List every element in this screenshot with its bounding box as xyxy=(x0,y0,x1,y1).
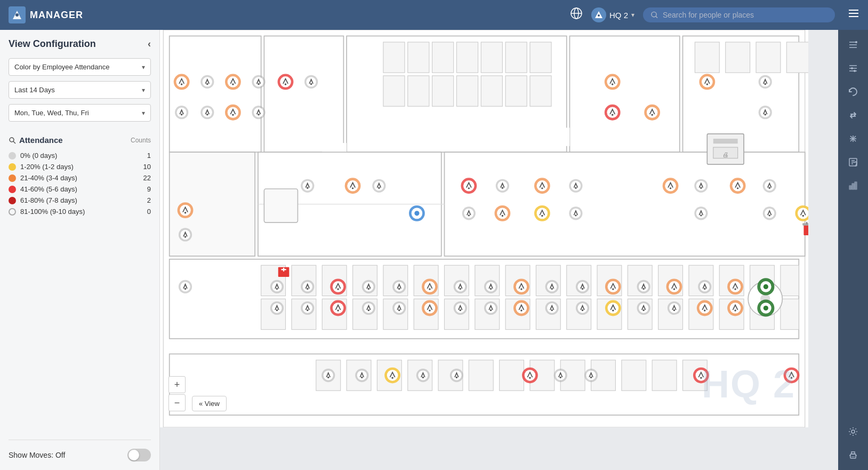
svg-point-287 xyxy=(429,309,430,311)
svg-rect-62 xyxy=(781,265,799,296)
days-dropdown-arrow: ▾ xyxy=(142,109,145,117)
svg-point-317 xyxy=(734,309,736,311)
svg-text:🖨: 🖨 xyxy=(722,152,728,158)
svg-point-275 xyxy=(307,309,308,311)
svg-point-1 xyxy=(15,13,19,17)
svg-point-224 xyxy=(337,288,339,290)
list-config-button[interactable] xyxy=(842,34,864,55)
svg-point-179 xyxy=(575,187,576,189)
svg-rect-353 xyxy=(806,222,807,225)
svg-point-176 xyxy=(541,187,543,189)
svg-rect-42 xyxy=(726,42,750,73)
svg-rect-41 xyxy=(695,42,719,73)
map-area[interactable]: 🖨 xyxy=(160,30,838,470)
svg-rect-376 xyxy=(852,184,854,189)
attendance-color-pct-61-80 xyxy=(9,197,16,204)
cut-button[interactable] xyxy=(842,128,864,149)
svg-rect-87 xyxy=(469,360,493,391)
location-selector[interactable]: HQ 2 ▾ xyxy=(591,7,634,22)
svg-point-128 xyxy=(232,114,234,116)
attendance-header: Attendance Counts xyxy=(9,136,151,145)
svg-rect-34 xyxy=(383,76,405,106)
color-dropdown-arrow: ▾ xyxy=(142,63,145,71)
settings-button[interactable] xyxy=(842,421,864,442)
menu-button[interactable] xyxy=(848,7,859,22)
svg-point-215 xyxy=(184,288,186,290)
svg-point-314 xyxy=(704,309,705,311)
svg-point-302 xyxy=(582,309,583,311)
attendance-item-pct-1-20: 1-20% (1-2 days)10 xyxy=(9,161,151,172)
view-button[interactable]: « View xyxy=(192,396,227,411)
svg-rect-18 xyxy=(569,36,679,152)
filter-config-button[interactable] xyxy=(842,58,864,79)
svg-point-161 xyxy=(352,187,353,189)
svg-point-116 xyxy=(285,83,286,85)
svg-rect-350 xyxy=(283,268,284,272)
logo-icon xyxy=(9,6,26,23)
attendance-items: 0% (0 days)11-20% (1-2 days)1021-40% (3-… xyxy=(9,150,151,217)
svg-rect-377 xyxy=(855,182,857,189)
svg-point-119 xyxy=(310,83,312,85)
svg-point-158 xyxy=(307,187,308,189)
svg-point-257 xyxy=(673,288,675,290)
period-dropdown[interactable]: Last 14 Days ▾ xyxy=(9,81,151,99)
svg-point-272 xyxy=(276,309,278,311)
attendance-color-pct-41-60 xyxy=(9,186,16,193)
svg-line-367 xyxy=(850,136,853,138)
svg-point-167 xyxy=(414,211,419,216)
svg-point-323 xyxy=(361,377,363,378)
chart-button[interactable] xyxy=(842,175,864,196)
svg-point-227 xyxy=(368,288,369,290)
app-logo[interactable]: MANAGER xyxy=(9,6,83,23)
svg-rect-39 xyxy=(505,76,527,106)
edit-button[interactable] xyxy=(842,152,864,173)
print-button[interactable] xyxy=(842,444,864,466)
show-moves-toggle[interactable] xyxy=(127,449,151,461)
days-dropdown[interactable]: Mon, Tue, Wed, Thu, Fri ▾ xyxy=(9,104,151,122)
transfer-button[interactable] xyxy=(842,105,864,126)
globe-button[interactable] xyxy=(570,7,583,23)
refresh-button[interactable] xyxy=(842,81,864,102)
svg-rect-28 xyxy=(408,42,429,73)
svg-point-278 xyxy=(337,309,339,311)
zoom-out-button[interactable]: − xyxy=(168,394,186,411)
svg-rect-101 xyxy=(264,189,298,222)
svg-rect-375 xyxy=(849,186,851,189)
svg-rect-352 xyxy=(802,223,808,226)
attendance-count-pct-81-100: 0 xyxy=(147,208,151,216)
svg-point-326 xyxy=(391,377,393,378)
svg-point-194 xyxy=(670,187,671,189)
svg-point-242 xyxy=(520,288,522,290)
header: MANAGER HQ 2 ▾ xyxy=(0,0,868,30)
svg-rect-30 xyxy=(456,42,478,73)
color-dropdown[interactable]: Color by Employee Attendance ▾ xyxy=(9,58,151,76)
svg-rect-80 xyxy=(781,299,799,329)
svg-rect-20 xyxy=(322,143,347,152)
svg-point-361 xyxy=(851,67,853,69)
svg-point-293 xyxy=(490,309,492,311)
svg-rect-16 xyxy=(264,36,343,152)
svg-point-164 xyxy=(378,187,380,189)
search-input[interactable] xyxy=(663,11,827,19)
sidebar-title: View Configuration xyxy=(9,38,96,50)
attendance-label-pct-21-40: 21-40% (3-4 days) xyxy=(20,174,139,182)
svg-point-173 xyxy=(502,187,503,189)
attendance-color-pct-1-20 xyxy=(9,163,16,171)
search-small-icon xyxy=(9,137,16,144)
svg-rect-351 xyxy=(803,224,808,235)
svg-point-137 xyxy=(706,83,708,85)
attendance-item-pct-41-60: 41-60% (5-6 days)9 xyxy=(9,184,151,195)
attendance-section: Attendance Counts 0% (0 days)11-20% (1-2… xyxy=(9,136,151,217)
svg-rect-380 xyxy=(851,452,855,454)
attendance-label-pct-81-100: 81-100% (9-10 days) xyxy=(20,208,143,216)
svg-point-140 xyxy=(765,83,766,85)
attendance-item-pct-0: 0% (0 days)1 xyxy=(9,150,151,161)
svg-rect-93 xyxy=(652,360,677,391)
app-name: MANAGER xyxy=(30,10,83,21)
svg-rect-381 xyxy=(851,456,855,457)
svg-line-13 xyxy=(13,141,15,144)
attendance-count-pct-21-40: 22 xyxy=(143,174,151,182)
svg-point-362 xyxy=(854,70,856,72)
sidebar-collapse-button[interactable]: ‹ xyxy=(148,38,151,50)
zoom-in-button[interactable]: + xyxy=(168,376,186,393)
